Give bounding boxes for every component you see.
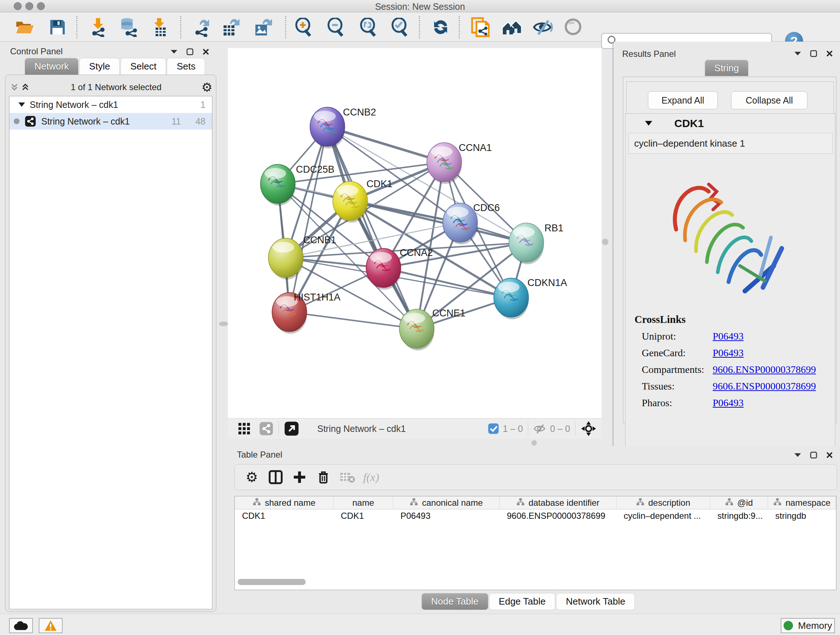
crosslink-link[interactable]: 9606.ENSP00000378699 — [713, 380, 816, 392]
tab-style[interactable]: Style — [79, 58, 120, 74]
table-cell[interactable]: stringdb — [768, 509, 836, 523]
tab-node-table[interactable]: Node Table — [422, 593, 488, 610]
table-cell[interactable]: P06493 — [393, 509, 500, 523]
table-cell[interactable]: CDK1 — [235, 509, 333, 523]
network-edge-HIST1H1A-CCNE1[interactable] — [289, 312, 417, 329]
network-canvas[interactable]: CCNB2CCNA1CDC25BCDK1CDC6RB1CCNB1CCNA2CDK… — [228, 48, 602, 418]
apply-layout-button[interactable] — [430, 17, 451, 38]
network-collection-row[interactable]: String Network – cdk1 1 — [9, 96, 212, 113]
expand-all-button[interactable]: Expand All — [648, 91, 718, 109]
cloud-icon — [14, 621, 28, 631]
protein-section-header[interactable]: CDK1 — [625, 114, 835, 133]
panel-float-icon[interactable] — [185, 46, 195, 57]
crosslink-link[interactable]: P06493 — [713, 397, 744, 409]
inspect-view-button[interactable] — [563, 17, 584, 38]
zoom-fit-button[interactable] — [358, 17, 379, 38]
network-node-CDKN1A[interactable]: CDKN1A — [494, 277, 567, 319]
panel-close-icon[interactable] — [824, 450, 835, 461]
panel-float-icon[interactable] — [808, 48, 819, 59]
column-header-name[interactable]: name — [333, 496, 393, 509]
network-edge-CCNB2-CCNA1[interactable] — [327, 127, 444, 162]
memory-button[interactable]: Memory — [781, 618, 835, 633]
zoom-out-button[interactable] — [325, 17, 346, 38]
tab-select[interactable]: Select — [120, 58, 166, 74]
toolbar-divider — [528, 421, 528, 436]
export-network-button[interactable] — [192, 17, 213, 38]
clone-network-button[interactable] — [470, 17, 491, 38]
results-tab-string[interactable]: String — [705, 63, 750, 74]
network-view-icon[interactable] — [259, 421, 273, 436]
node-label-CCNB1: CCNB1 — [303, 234, 336, 245]
table-cell[interactable]: CDK1 — [333, 509, 393, 523]
column-header--id[interactable]: @id — [710, 496, 768, 509]
save-session-button[interactable] — [47, 17, 68, 38]
network-node-RB1[interactable]: RB1 — [509, 223, 564, 264]
column-header-canonical-name[interactable]: canonical name — [393, 496, 500, 509]
panel-menu-icon[interactable] — [169, 46, 180, 57]
network-options-gear-icon[interactable]: ⚙ — [202, 82, 212, 93]
panel-menu-icon[interactable] — [792, 48, 803, 59]
table-cell[interactable]: stringdb:9... — [710, 509, 768, 523]
column-header-namespace[interactable]: namespace — [768, 496, 836, 509]
zoom-selected-button[interactable] — [389, 17, 410, 38]
show-column-panel-icon[interactable] — [264, 470, 287, 485]
table-cell[interactable]: cyclin–dependent ... — [616, 509, 710, 523]
eye-slash-icon — [532, 19, 553, 36]
collapse-all-button[interactable]: Collapse All — [731, 91, 807, 109]
function-builder-icon[interactable]: f(x) — [359, 470, 383, 484]
birdseye-crosshair-icon[interactable] — [581, 421, 597, 437]
tab-network[interactable]: Network — [25, 58, 79, 74]
network-edge-CCNB2-CCNE1[interactable] — [327, 127, 417, 329]
panel-float-icon[interactable] — [808, 450, 819, 461]
import-network-file-button[interactable] — [88, 17, 109, 38]
network-node-CCNE1[interactable]: CCNE1 — [399, 308, 466, 350]
open-session-button[interactable] — [14, 17, 35, 38]
crosslink-link[interactable]: P06493 — [713, 347, 744, 359]
network-row[interactable]: String Network – cdk1 11 48 — [9, 113, 212, 130]
show-all-views-button[interactable] — [501, 17, 523, 38]
column-header-shared-name[interactable]: shared name — [235, 496, 333, 509]
table-options-gear-icon[interactable]: ⚙ — [240, 469, 264, 485]
network-node-CCNA2[interactable]: CCNA2 — [366, 247, 433, 290]
network-node-CDK1[interactable]: CDK1 — [333, 179, 393, 223]
crosslink-link[interactable]: 9606.ENSP00000378699 — [713, 364, 816, 375]
delete-table-icon[interactable] — [335, 471, 359, 483]
network-node-CCNB2[interactable]: CCNB2 — [310, 107, 376, 149]
grid-view-icon[interactable] — [237, 422, 251, 435]
expand-all-icon[interactable] — [20, 82, 31, 93]
table-cell[interactable]: 9606.ENSP00000378699 — [500, 509, 616, 523]
tab-sets[interactable]: Sets — [167, 58, 205, 74]
warnings-button[interactable] — [39, 618, 63, 633]
crosslink-link[interactable]: P06493 — [713, 331, 744, 342]
right-splitter-handle[interactable] — [602, 239, 608, 245]
add-column-icon[interactable] — [287, 470, 311, 484]
panel-menu-icon[interactable] — [792, 450, 803, 461]
panel-divider[interactable] — [613, 42, 614, 446]
tree-expand-icon[interactable] — [18, 102, 25, 107]
table-row[interactable]: CDK1CDK1P064939606.ENSP00000378699cyclin… — [235, 509, 836, 523]
network-node-CDC6[interactable]: CDC6 — [443, 203, 500, 244]
bottom-splitter-handle[interactable] — [531, 440, 537, 446]
hide-unhide-button[interactable] — [532, 17, 553, 38]
panel-close-icon[interactable] — [201, 46, 211, 57]
import-network-database-button[interactable] — [118, 17, 139, 38]
section-collapse-icon[interactable] — [645, 120, 653, 126]
export-image-button[interactable] — [253, 17, 273, 38]
delete-column-icon[interactable] — [311, 470, 335, 485]
column-header-description[interactable]: description — [616, 496, 710, 509]
import-table-button[interactable] — [149, 17, 170, 38]
tab-network-table[interactable]: Network Table — [556, 593, 635, 610]
export-table-button[interactable] — [221, 17, 242, 38]
selected-checkbox-icon[interactable] — [488, 423, 499, 434]
left-splitter-handle[interactable] — [219, 321, 228, 326]
zoom-in-button[interactable] — [293, 17, 314, 38]
cloud-status-button[interactable] — [9, 618, 33, 633]
horizontal-scrollbar-thumb[interactable] — [238, 579, 306, 585]
detach-view-icon[interactable] — [284, 421, 299, 436]
collapse-all-icon[interactable] — [9, 82, 20, 93]
column-header-database-identifier[interactable]: database identifier — [500, 496, 616, 509]
tab-edge-table[interactable]: Edge Table — [489, 593, 556, 610]
network-node-HIST1H1A[interactable]: HIST1H1A — [272, 292, 340, 334]
panel-close-icon[interactable] — [824, 48, 835, 59]
network-edge-CCNA2-CDKN1A[interactable] — [384, 268, 511, 298]
